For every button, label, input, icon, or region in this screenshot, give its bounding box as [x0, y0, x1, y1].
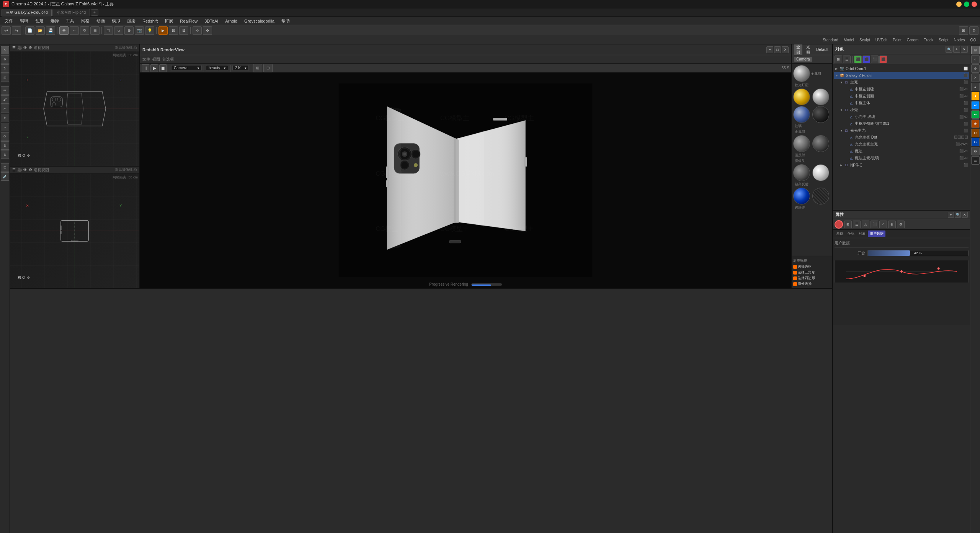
obj-tag4[interactable]: ⬛: [879, 56, 887, 63]
props-tab-basic[interactable]: 基础: [835, 231, 845, 237]
menu-render[interactable]: 渲染: [124, 17, 139, 25]
maximize-btn[interactable]: [964, 2, 969, 7]
scale-tool-btn[interactable]: ⊞: [90, 26, 100, 35]
tool-weld[interactable]: ⊕: [1, 141, 9, 150]
tree-item-small-shell[interactable]: ▼ □ 小壳 ⬛: [834, 106, 969, 113]
menu-mesh[interactable]: 网格: [78, 17, 93, 25]
viewport-bl-canvas[interactable]: X Y 移动 ✥ 网格距离: 50 cm: [10, 173, 139, 288]
attr-icon-4[interactable]: ✕: [971, 74, 980, 82]
mat-ball-chrome[interactable]: [812, 88, 829, 105]
render-btn[interactable]: ▶: [158, 26, 168, 35]
rs-region-btn[interactable]: ⊡: [263, 64, 273, 72]
menu-arnold[interactable]: Arnold: [222, 18, 240, 24]
tree-mg-tag[interactable]: 🏷: [964, 149, 968, 153]
render-minimize-btn[interactable]: −: [766, 46, 773, 53]
tree-face-vis[interactable]: ⬛: [959, 94, 964, 98]
obj-tag1[interactable]: ⬛: [854, 56, 862, 63]
tree-item-orbit-cam[interactable]: ▶ 📷 Orbit Cam.1 ⬜: [834, 65, 969, 72]
render-view-btn[interactable]: 🖥: [179, 26, 188, 35]
attr-icon-7[interactable]: ↩: [971, 101, 980, 110]
attr-icon-8[interactable]: ↩: [971, 110, 980, 119]
viewport-tl-canvas[interactable]: X Z Y 移动 ✥ 网格距离: 50 cm: [10, 51, 139, 166]
tree-root-vis[interactable]: ⬛: [964, 74, 968, 77]
props-obj-icon[interactable]: [835, 220, 843, 229]
layout-btn[interactable]: ⊞: [959, 26, 968, 35]
menu-realflow[interactable]: RealFlow: [177, 18, 201, 24]
mode-nodes[interactable]: Nodes: [952, 37, 967, 43]
menu-select[interactable]: 选择: [47, 17, 62, 25]
mode-qq[interactable]: QQ: [968, 37, 978, 43]
attr-icon-2[interactable]: ○: [971, 55, 980, 64]
attr-icon-9[interactable]: ⊗: [971, 119, 980, 128]
props-icon-4[interactable]: ⬛: [871, 221, 878, 228]
cylinder-btn[interactable]: ⊕: [124, 26, 134, 35]
tool-scale[interactable]: ⊞: [1, 74, 9, 82]
props-icon-7[interactable]: ⚙: [897, 221, 905, 228]
cube-btn[interactable]: □: [104, 26, 113, 35]
mat-tab-light[interactable]: 光照: [804, 44, 812, 56]
tree-item-light-main[interactable]: △ 光光主壳主壳 ⬛ 🏷 🏷: [834, 141, 969, 148]
mat-ball-rough[interactable]: [793, 135, 810, 152]
render-region-btn[interactable]: ⊡: [169, 26, 178, 35]
tree-main-vis[interactable]: ⬛: [964, 80, 968, 84]
open-btn[interactable]: 📂: [36, 26, 45, 35]
vp-bl-menu-icon[interactable]: ☰: [12, 168, 16, 172]
tree-item-small-glass[interactable]: △ 小壳主-玻璃 ⬛ 🏷: [834, 113, 969, 120]
attr-icon-12[interactable]: ⚙: [971, 147, 980, 155]
tree-item-mid-left-seam[interactable]: △ 中框左侧缝 ⬛ 🏷: [834, 86, 969, 93]
props-tab-object[interactable]: 对象: [857, 231, 867, 237]
tree-lm-vis[interactable]: ⬛: [956, 142, 960, 146]
attr-icon-11[interactable]: ⊙: [971, 138, 980, 146]
tree-seam-tag[interactable]: 🏷: [964, 87, 968, 91]
attr-icon-13[interactable]: ☰: [971, 156, 980, 165]
tool-cursor[interactable]: ↖: [1, 46, 9, 54]
prop-open-slider[interactable]: 42 %: [867, 250, 969, 256]
vp-tl-camera-icon[interactable]: 🎥: [17, 46, 22, 50]
tool-magnet[interactable]: ⊗: [1, 150, 9, 159]
props-icon-3[interactable]: △: [862, 221, 869, 228]
tool-rotate[interactable]: ↻: [1, 64, 9, 73]
mat-ball-metal[interactable]: [793, 65, 810, 82]
tab-main-file[interactable]: 三星 Galaxy Z Fold6.c4d: [2, 9, 52, 16]
menu-create[interactable]: 创建: [32, 17, 47, 25]
tool-bridge[interactable]: ↔: [1, 123, 9, 131]
redo-btn[interactable]: ↪: [12, 26, 21, 35]
attr-icon-10[interactable]: ⊙: [971, 129, 980, 137]
mat-ball-carbon[interactable]: [812, 188, 829, 204]
rs-size-select[interactable]: 2 K ▼: [232, 65, 249, 71]
tree-midmain-vis[interactable]: ⬛: [964, 101, 968, 105]
mat-ball-rough2[interactable]: [812, 135, 829, 152]
tree-item-magic-glass[interactable]: △ 魔法主壳-玻璃 ⬛ 🏷: [834, 155, 969, 162]
move-tool-btn[interactable]: ↔: [70, 26, 79, 35]
menu-greyscale[interactable]: Greyscalegorilla: [241, 18, 278, 24]
mode-model[interactable]: Model: [841, 37, 856, 43]
render-menu-options[interactable]: 首选项: [162, 57, 174, 62]
tree-item-npr[interactable]: ▶ □ NPR-C ⬛: [834, 162, 969, 168]
mat-tab-all[interactable]: 全部: [794, 44, 802, 56]
rs-camera-select[interactable]: Camera ▼: [171, 65, 202, 71]
snap-btn[interactable]: ⊹: [193, 26, 202, 35]
tool-extrude[interactable]: ⬆: [1, 114, 9, 122]
obj-tag2[interactable]: ⬛: [862, 56, 870, 63]
rs-pause-btn[interactable]: ⏸: [142, 64, 149, 72]
tree-item-mid-main[interactable]: △ 中框主体 ⬛: [834, 100, 969, 106]
tree-lm-tag2[interactable]: 🏷: [964, 142, 968, 146]
tree-mgg-vis[interactable]: ⬛: [959, 156, 964, 160]
obj-tag3[interactable]: ⬛: [871, 56, 879, 63]
props-tab-coord[interactable]: 坐标: [846, 231, 856, 237]
render-content-area[interactable]: CG模型主 CG模型主 CG模型主 CG模型主 www.CGMXM.com CG…: [140, 73, 791, 288]
props-search-btn[interactable]: 🔍: [955, 212, 961, 218]
tool-pen[interactable]: ✏: [1, 86, 9, 95]
render-maximize-btn[interactable]: □: [774, 46, 781, 53]
tool-paint[interactable]: 🖌: [1, 95, 9, 104]
props-icon-6[interactable]: ⊕: [888, 221, 896, 228]
rs-stop-btn[interactable]: ⏹: [159, 64, 167, 72]
tree-item-light-dot[interactable]: △ 光光主壳 Dot: [834, 134, 969, 141]
panel-search-btn[interactable]: 🔍: [946, 46, 952, 53]
viewport-top-left[interactable]: ☰ 🎥 👁 ⚙ 透视视图 默认摄像机:凸: [10, 44, 139, 167]
menu-extend[interactable]: 扩展: [162, 17, 176, 25]
tree-sg-vis[interactable]: ⬛: [959, 115, 964, 119]
tree-item-main-shell[interactable]: ▼ □ 主壳 ⬛: [834, 79, 969, 86]
rs-view-select[interactable]: beauty ▼: [206, 65, 228, 71]
attr-icon-3[interactable]: ⊕: [971, 64, 980, 73]
